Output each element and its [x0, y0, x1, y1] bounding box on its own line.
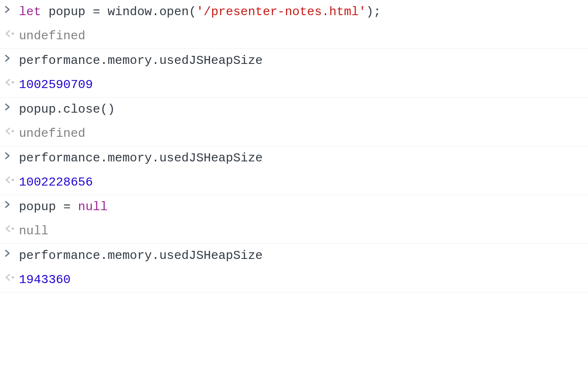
code-token: performance.memory.usedJSHeapSize: [19, 249, 263, 263]
output-return-icon: [3, 173, 19, 184]
code-token: let: [19, 5, 41, 19]
console-line-content: undefined: [19, 27, 584, 45]
output-return-icon: [3, 271, 19, 281]
output-return-icon: [3, 222, 19, 232]
code-token: null: [78, 200, 107, 214]
input-chevron-icon: [3, 3, 19, 13]
code-token: '/presenter-notes.html': [196, 5, 366, 19]
code-token: popup.close(): [19, 102, 115, 116]
svg-point-5: [12, 276, 14, 279]
console-line-content: 1002228656: [19, 173, 584, 192]
console-line-content: performance.memory.usedJSHeapSize: [19, 247, 584, 265]
code-token: 1002228656: [19, 175, 93, 189]
console-line-content: performance.memory.usedJSHeapSize: [19, 149, 584, 168]
console-input-row[interactable]: performance.memory.usedJSHeapSize: [0, 146, 588, 170]
code-token: =: [93, 5, 107, 19]
console-output-row[interactable]: null: [0, 219, 588, 244]
console-output-row[interactable]: 1943360: [0, 268, 588, 293]
console-line-content: popup = null: [19, 198, 584, 216]
svg-point-1: [12, 81, 14, 84]
console-line-content: let popup = window.open('/presenter-note…: [19, 3, 584, 21]
input-chevron-icon: [3, 149, 19, 160]
console-line-content: 1943360: [19, 271, 584, 289]
console-output-row[interactable]: undefined: [0, 24, 588, 49]
console-output-row[interactable]: undefined: [0, 122, 588, 146]
console-line-content: popup.close(): [19, 100, 584, 119]
console-input-row[interactable]: performance.memory.usedJSHeapSize: [0, 244, 588, 268]
code-token: window.open(: [107, 5, 196, 19]
svg-point-3: [12, 179, 14, 181]
svg-point-4: [12, 228, 14, 230]
console[interactable]: let popup = window.open('/presenter-note…: [0, 0, 588, 293]
code-token: popup: [19, 200, 63, 214]
code-token: performance.memory.usedJSHeapSize: [19, 53, 263, 68]
code-token: null: [19, 224, 48, 238]
output-return-icon: [3, 27, 19, 37]
console-input-row[interactable]: performance.memory.usedJSHeapSize: [0, 49, 588, 73]
svg-point-2: [12, 130, 14, 133]
input-chevron-icon: [3, 198, 19, 208]
output-return-icon: [3, 76, 19, 86]
console-input-row[interactable]: popup = null: [0, 195, 588, 219]
console-line-content: performance.memory.usedJSHeapSize: [19, 52, 584, 70]
input-chevron-icon: [3, 247, 19, 257]
code-token: undefined: [19, 29, 85, 43]
console-output-row[interactable]: 1002590709: [0, 73, 588, 98]
input-chevron-icon: [3, 100, 19, 111]
output-return-icon: [3, 124, 19, 135]
code-token: popup: [41, 5, 93, 19]
console-line-content: null: [19, 222, 584, 240]
console-input-row[interactable]: popup.close(): [0, 98, 588, 122]
input-chevron-icon: [3, 52, 19, 62]
code-token: 1943360: [19, 273, 71, 287]
console-output-row[interactable]: 1002228656: [0, 170, 588, 195]
console-line-content: undefined: [19, 124, 584, 143]
console-line-content: 1002590709: [19, 76, 584, 94]
svg-point-0: [12, 33, 14, 35]
code-token: performance.memory.usedJSHeapSize: [19, 151, 263, 165]
code-token: 1002590709: [19, 78, 93, 92]
code-token: undefined: [19, 126, 85, 141]
code-token: );: [366, 5, 381, 19]
console-input-row[interactable]: let popup = window.open('/presenter-note…: [0, 0, 588, 24]
code-token: =: [63, 200, 78, 214]
